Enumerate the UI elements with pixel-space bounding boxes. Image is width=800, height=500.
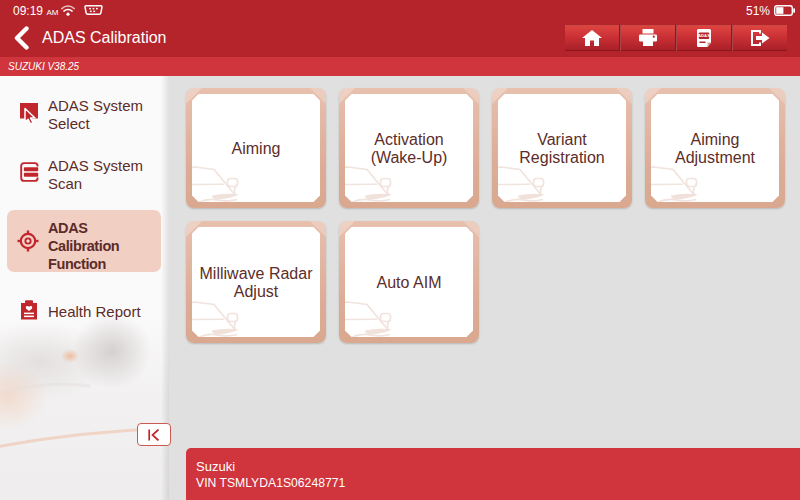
svg-text:ADAS: ADAS: [698, 33, 710, 38]
